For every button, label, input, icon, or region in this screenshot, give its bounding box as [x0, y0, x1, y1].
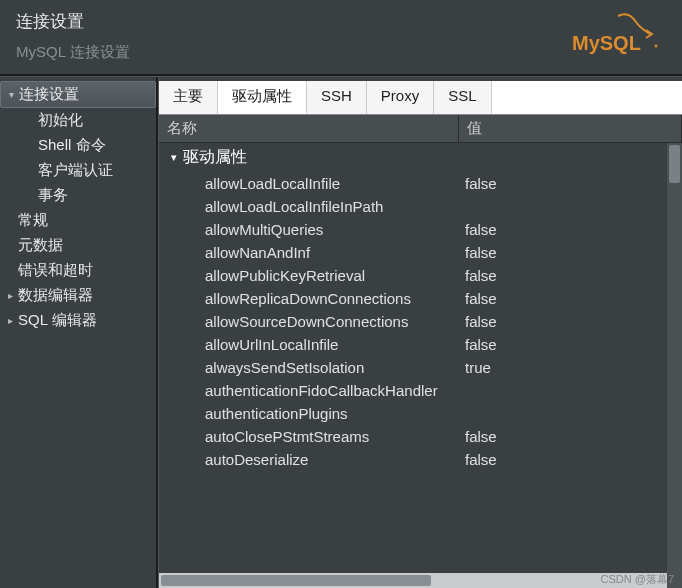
property-value[interactable]: true: [459, 359, 682, 376]
tree-item[interactable]: ▸数据编辑器: [0, 283, 156, 308]
property-name: authenticationPlugins: [159, 405, 459, 422]
dialog-title: 连接设置: [16, 10, 130, 33]
main-panel: 主要驱动属性SSHProxySSL 名称 值 ▾ 驱动属性 allowLoadL…: [158, 77, 682, 588]
chevron-down-icon: ▾: [165, 151, 183, 164]
tab[interactable]: Proxy: [367, 81, 434, 114]
property-value[interactable]: [459, 405, 682, 422]
property-row[interactable]: allowLoadLocalInfileInPath: [159, 195, 682, 218]
vertical-scrollbar[interactable]: [667, 143, 682, 588]
column-header-value[interactable]: 值: [459, 115, 682, 142]
column-headers: 名称 值: [159, 115, 682, 143]
property-value[interactable]: false: [459, 221, 682, 238]
tree-item-label: 数据编辑器: [18, 286, 93, 305]
property-value[interactable]: false: [459, 313, 682, 330]
property-row[interactable]: allowReplicaDownConnectionsfalse: [159, 287, 682, 310]
tree-item[interactable]: ▾连接设置: [0, 81, 156, 108]
property-row[interactable]: allowUrlInLocalInfilefalse: [159, 333, 682, 356]
property-name: allowReplicaDownConnections: [159, 290, 459, 307]
chevron-down-icon: ▾: [3, 89, 19, 100]
mysql-logo-icon: MySQL: [572, 10, 662, 62]
property-value[interactable]: false: [459, 175, 682, 192]
properties-list: ▾ 驱动属性 allowLoadLocalInfilefalseallowLoa…: [159, 143, 682, 588]
property-row[interactable]: allowMultiQueriesfalse: [159, 218, 682, 241]
tree-item-label: 初始化: [38, 111, 83, 130]
column-header-name[interactable]: 名称: [159, 115, 459, 142]
tree-item[interactable]: ▸SQL 编辑器: [0, 308, 156, 333]
svg-text:MySQL: MySQL: [572, 32, 641, 54]
watermark: CSDN @落幕7: [600, 572, 674, 587]
tree-item[interactable]: 事务: [0, 183, 156, 208]
dialog-header: 连接设置 MySQL 连接设置 MySQL: [0, 0, 682, 76]
property-row[interactable]: allowLoadLocalInfilefalse: [159, 172, 682, 195]
property-name: autoDeserialize: [159, 451, 459, 468]
property-value[interactable]: false: [459, 290, 682, 307]
tree-item-label: 常规: [18, 211, 48, 230]
property-value[interactable]: false: [459, 451, 682, 468]
tree-item-label: 连接设置: [19, 85, 79, 104]
tree-item-label: 元数据: [18, 236, 63, 255]
property-row[interactable]: allowSourceDownConnectionsfalse: [159, 310, 682, 333]
property-row[interactable]: authenticationPlugins: [159, 402, 682, 425]
dialog-subtitle: MySQL 连接设置: [16, 43, 130, 62]
property-group-label: 驱动属性: [183, 147, 247, 168]
vertical-scrollbar-thumb[interactable]: [669, 145, 680, 183]
tree-item-label: 客户端认证: [38, 161, 113, 180]
property-row[interactable]: allowNanAndInffalse: [159, 241, 682, 264]
settings-tree: ▾连接设置初始化Shell 命令客户端认证事务常规元数据错误和超时▸数据编辑器▸…: [0, 77, 158, 588]
property-row[interactable]: allowPublicKeyRetrievalfalse: [159, 264, 682, 287]
tab[interactable]: SSH: [307, 81, 367, 114]
property-name: allowLoadLocalInfileInPath: [159, 198, 459, 215]
property-value[interactable]: [459, 198, 682, 215]
horizontal-scrollbar[interactable]: [159, 573, 667, 588]
property-value[interactable]: false: [459, 244, 682, 261]
property-name: authenticationFidoCallbackHandler: [159, 382, 459, 399]
property-name: allowPublicKeyRetrieval: [159, 267, 459, 284]
property-row[interactable]: alwaysSendSetIsolationtrue: [159, 356, 682, 379]
property-name: autoClosePStmtStreams: [159, 428, 459, 445]
tree-item-label: SQL 编辑器: [18, 311, 97, 330]
tree-item[interactable]: Shell 命令: [0, 133, 156, 158]
chevron-right-icon: ▸: [2, 315, 18, 326]
property-group-header[interactable]: ▾ 驱动属性: [159, 143, 682, 172]
property-value[interactable]: false: [459, 267, 682, 284]
property-row[interactable]: autoClosePStmtStreamsfalse: [159, 425, 682, 448]
tree-item-label: 错误和超时: [18, 261, 93, 280]
tree-item-label: Shell 命令: [38, 136, 106, 155]
svg-point-1: [655, 45, 658, 48]
horizontal-scrollbar-thumb[interactable]: [161, 575, 431, 586]
tree-item[interactable]: 元数据: [0, 233, 156, 258]
property-name: allowNanAndInf: [159, 244, 459, 261]
tree-item[interactable]: 常规: [0, 208, 156, 233]
tree-item[interactable]: 客户端认证: [0, 158, 156, 183]
property-name: allowSourceDownConnections: [159, 313, 459, 330]
tree-item-label: 事务: [38, 186, 68, 205]
tab[interactable]: 驱动属性: [218, 81, 307, 114]
tab[interactable]: 主要: [159, 81, 218, 114]
property-row[interactable]: autoDeserializefalse: [159, 448, 682, 471]
chevron-right-icon: ▸: [2, 290, 18, 301]
property-name: allowUrlInLocalInfile: [159, 336, 459, 353]
property-name: allowLoadLocalInfile: [159, 175, 459, 192]
tabs-bar: 主要驱动属性SSHProxySSL: [159, 81, 682, 115]
tree-item[interactable]: 初始化: [0, 108, 156, 133]
property-name: allowMultiQueries: [159, 221, 459, 238]
property-value[interactable]: false: [459, 336, 682, 353]
property-row[interactable]: authenticationFidoCallbackHandler: [159, 379, 682, 402]
property-value[interactable]: [459, 382, 682, 399]
property-value[interactable]: false: [459, 428, 682, 445]
tab[interactable]: SSL: [434, 81, 491, 114]
tree-item[interactable]: 错误和超时: [0, 258, 156, 283]
property-name: alwaysSendSetIsolation: [159, 359, 459, 376]
